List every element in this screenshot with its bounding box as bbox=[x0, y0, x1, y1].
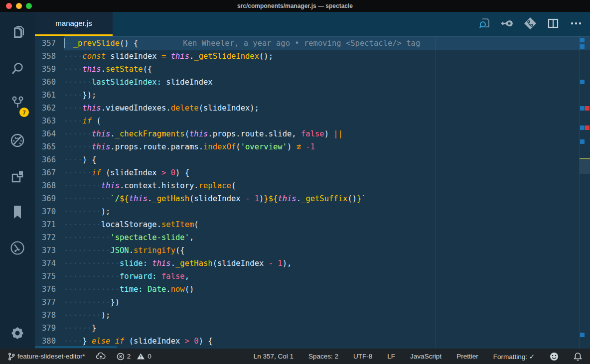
sidebar-item-gitlens[interactable] bbox=[0, 237, 35, 259]
status-item-javascript[interactable]: JavaScript bbox=[410, 353, 442, 360]
code-token: (slideIndex bbox=[189, 194, 245, 203]
code-line-content[interactable]: ······if (slideIndex > 0) { bbox=[64, 166, 590, 179]
code-line-content[interactable]: ······lastSlideIndex: slideIndex bbox=[64, 76, 590, 89]
code-token: ) bbox=[287, 142, 296, 151]
code-token: ······ bbox=[64, 168, 92, 177]
code-line-content[interactable]: ······} bbox=[64, 322, 590, 335]
code-token: } bbox=[92, 324, 96, 333]
code-line-content[interactable]: ········); bbox=[64, 205, 590, 218]
line-number: 359 bbox=[35, 63, 56, 76]
debug-disabled-icon bbox=[9, 132, 25, 148]
zoom-window-button[interactable] bbox=[26, 3, 32, 9]
line-number: 378 bbox=[35, 309, 56, 322]
line-number: 360 bbox=[35, 76, 56, 89]
code-token: ······ bbox=[64, 78, 92, 87]
line-number: 364 bbox=[35, 127, 56, 140]
code-line-content[interactable]: ············forward: false, bbox=[64, 270, 590, 283]
line-number: 373 bbox=[35, 244, 56, 257]
code-token: this bbox=[101, 181, 120, 190]
split-editor-button[interactable] bbox=[544, 14, 562, 32]
code-token: false bbox=[161, 272, 185, 281]
code-line-content[interactable]: ····if ( bbox=[64, 115, 590, 127]
code-token: const bbox=[82, 52, 106, 61]
feedback-smiley-button[interactable] bbox=[550, 352, 559, 361]
code-line-content[interactable]: ··········JSON.stringify({ bbox=[64, 244, 590, 257]
search-editor-button[interactable] bbox=[475, 14, 493, 32]
code-token: localStorage. bbox=[101, 220, 161, 229]
overview-ruler[interactable] bbox=[580, 36, 590, 349]
settings-gear-button[interactable] bbox=[0, 322, 35, 345]
code-token: ·········· bbox=[64, 246, 110, 255]
code-token: setItem bbox=[161, 220, 194, 229]
sidebar-item-explorer[interactable] bbox=[0, 21, 35, 44]
code-token: } bbox=[82, 337, 92, 346]
code-token bbox=[273, 259, 278, 268]
git-branch-status[interactable]: feature-slideset-editor* bbox=[8, 353, 85, 361]
code-token: ·········· bbox=[64, 233, 110, 242]
code-line-content[interactable]: ··········`/${this._getHash(slideIndex -… bbox=[64, 192, 590, 205]
code-line-content[interactable]: ······this._checkFragments(this.props.ro… bbox=[64, 127, 590, 140]
code-line-content[interactable]: ······this.props.route.params.indexOf('o… bbox=[64, 140, 590, 153]
sidebar-item-search[interactable] bbox=[0, 57, 35, 80]
code-token: ············ bbox=[64, 259, 120, 268]
warning-count: 0 bbox=[148, 353, 151, 360]
code-line-content[interactable]: ··········'spectacle-slide', bbox=[64, 231, 590, 244]
notifications-bell-button[interactable] bbox=[574, 352, 582, 361]
code-token: (); bbox=[259, 52, 273, 61]
code-line-content[interactable]: ············slide: this._getHash(slideIn… bbox=[64, 257, 590, 270]
code-token: _getSlideIndex bbox=[194, 52, 259, 61]
code-line-content[interactable]: ··_prevSlide() {Ken Wheeler, a year ago … bbox=[64, 37, 590, 50]
code-token: () bbox=[185, 285, 194, 294]
bookmark-icon bbox=[10, 204, 24, 220]
line-number: 376 bbox=[35, 283, 56, 296]
code-line-content[interactable]: ····const slideIndex = this._getSlideInd… bbox=[64, 50, 590, 63]
open-changes-button[interactable] bbox=[521, 14, 539, 32]
code-token: , bbox=[189, 233, 194, 242]
status-item-lf[interactable]: LF bbox=[387, 353, 395, 360]
code-line-content[interactable]: ····) { bbox=[64, 153, 590, 166]
code-token: slide: bbox=[120, 259, 148, 268]
code-token: this bbox=[82, 104, 101, 113]
code-line-content[interactable]: ········localStorage.setItem( bbox=[64, 218, 590, 231]
status-item-spaces-2[interactable]: Spaces: 2 bbox=[308, 353, 338, 360]
code-line-content[interactable]: ····this.viewedIndexes.delete(slideIndex… bbox=[64, 102, 590, 115]
code-line-content[interactable]: ············time: Date.now() bbox=[64, 283, 590, 296]
code-line-content[interactable]: ····}); bbox=[64, 89, 590, 102]
sidebar-item-extensions[interactable] bbox=[0, 165, 35, 188]
modified-line-mark bbox=[580, 333, 585, 337]
code-line-content[interactable]: ········this.context.history.replace( bbox=[64, 179, 590, 192]
smiley-icon bbox=[550, 352, 559, 361]
minimize-window-button[interactable] bbox=[16, 3, 22, 9]
code-token: . bbox=[110, 129, 115, 138]
code-token: (slideIndex bbox=[101, 168, 161, 177]
code-line-content[interactable]: ····this.setState({ bbox=[64, 63, 590, 76]
status-item-utf-8[interactable]: UTF-8 bbox=[353, 353, 372, 360]
sidebar-item-debug[interactable] bbox=[0, 129, 35, 152]
text-cursor bbox=[64, 38, 65, 48]
code-token: ············ bbox=[64, 285, 120, 294]
code-token: ···· bbox=[64, 155, 82, 164]
line-number: 374 bbox=[35, 257, 56, 270]
line-number: 372 bbox=[35, 231, 56, 244]
more-actions-button[interactable] bbox=[567, 14, 585, 32]
status-item-prettier[interactable]: Prettier bbox=[456, 353, 478, 360]
line-number: 366 bbox=[35, 153, 56, 166]
tab-manager-js[interactable]: manager.js bbox=[35, 12, 113, 36]
close-window-button[interactable] bbox=[6, 3, 12, 9]
status-item-formatting[interactable]: Formatting: ✓ bbox=[493, 353, 535, 361]
window-title: src/components/manager.js — spectacle bbox=[237, 2, 353, 9]
code-token: . bbox=[148, 194, 152, 203]
problems-status[interactable]: 2 0 bbox=[117, 353, 151, 361]
sync-changes-button[interactable] bbox=[96, 353, 106, 360]
code-editor[interactable]: 357··_prevSlide() {Ken Wheeler, a year a… bbox=[35, 36, 590, 349]
code-line-content[interactable]: ········); bbox=[64, 309, 590, 322]
horizontal-scrollbar-thumb[interactable] bbox=[35, 346, 117, 348]
sidebar-item-bookmarks[interactable] bbox=[0, 201, 35, 224]
toggle-blame-button[interactable] bbox=[498, 14, 516, 32]
code-line-content[interactable]: ··········}) bbox=[64, 296, 590, 309]
code-line-content[interactable]: ····} else if (slideIndex > 0) { bbox=[64, 335, 590, 348]
status-item-ln-357-col-1[interactable]: Ln 357, Col 1 bbox=[254, 353, 294, 360]
code-token: ·········· bbox=[64, 298, 110, 307]
sidebar-item-source-control[interactable]: 7 bbox=[0, 91, 35, 114]
code-line: 363····if ( bbox=[35, 115, 590, 127]
